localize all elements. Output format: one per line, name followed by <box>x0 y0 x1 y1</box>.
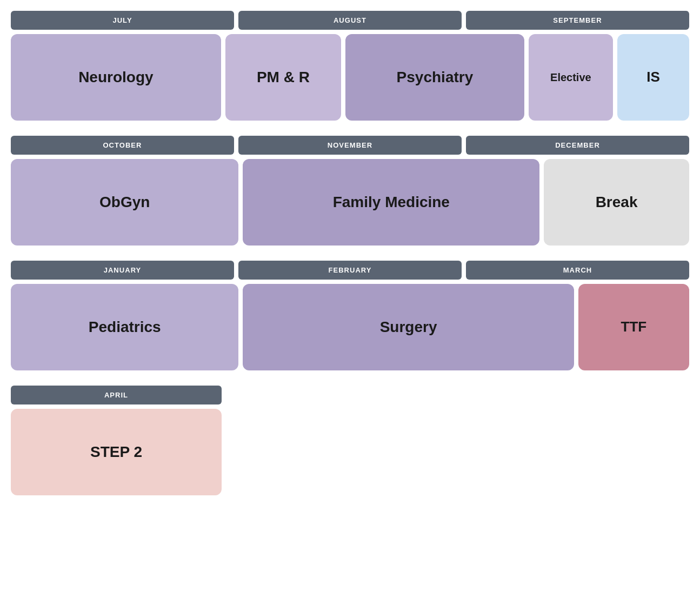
block-elective[interactable]: Elective <box>529 34 613 121</box>
block-pmr[interactable]: PM & R <box>225 34 341 121</box>
block-psychiatry[interactable]: Psychiatry <box>345 34 524 121</box>
blocks-row3: Pediatrics Surgery TTF <box>11 284 689 370</box>
month-january: JANUARY <box>11 261 234 280</box>
row-october-december: OCTOBER NOVEMBER DECEMBER ObGyn Family M… <box>11 136 689 246</box>
month-headers-row3: JANUARY FEBRUARY MARCH <box>11 261 689 280</box>
month-august: AUGUST <box>238 11 462 30</box>
block-break-label: Break <box>596 193 638 211</box>
block-psychiatry-label: Psychiatry <box>397 68 474 87</box>
block-step2-label: STEP 2 <box>90 443 142 461</box>
block-pediatrics[interactable]: Pediatrics <box>11 284 238 370</box>
blocks-row4: STEP 2 <box>11 409 689 495</box>
blocks-row2: ObGyn Family Medicine Break <box>11 159 689 246</box>
month-headers-row4: APRIL <box>11 386 222 404</box>
block-is[interactable]: IS <box>617 34 689 121</box>
block-obgyn[interactable]: ObGyn <box>11 159 238 246</box>
month-september: SEPTEMBER <box>466 11 689 30</box>
block-ttf-label: TTF <box>621 319 647 335</box>
month-july: JULY <box>11 11 234 30</box>
calendar-container: JULY AUGUST SEPTEMBER Neurology PM & R P… <box>11 11 689 495</box>
block-elective-label: Elective <box>550 71 591 84</box>
block-neurology[interactable]: Neurology <box>11 34 221 121</box>
block-neurology-label: Neurology <box>78 68 153 87</box>
block-pediatrics-label: Pediatrics <box>89 318 161 336</box>
block-step2[interactable]: STEP 2 <box>11 409 222 495</box>
month-april: APRIL <box>11 386 222 404</box>
row-july-september: JULY AUGUST SEPTEMBER Neurology PM & R P… <box>11 11 689 121</box>
block-obgyn-label: ObGyn <box>99 193 150 211</box>
block-surgery-label: Surgery <box>380 318 437 336</box>
month-november: NOVEMBER <box>238 136 462 155</box>
month-december: DECEMBER <box>466 136 689 155</box>
month-february: FEBRUARY <box>238 261 462 280</box>
block-break[interactable]: Break <box>544 159 689 246</box>
month-headers-row2: OCTOBER NOVEMBER DECEMBER <box>11 136 689 155</box>
blocks-row1: Neurology PM & R Psychiatry Elective IS <box>11 34 689 121</box>
month-headers-row1: JULY AUGUST SEPTEMBER <box>11 11 689 30</box>
row-april: APRIL STEP 2 <box>11 386 689 495</box>
block-surgery[interactable]: Surgery <box>243 284 574 370</box>
block-familymed-label: Family Medicine <box>333 193 450 211</box>
row-january-march: JANUARY FEBRUARY MARCH Pediatrics Surger… <box>11 261 689 370</box>
block-ttf[interactable]: TTF <box>578 284 689 370</box>
block-pmr-label: PM & R <box>257 68 310 87</box>
month-march: MARCH <box>466 261 689 280</box>
month-october: OCTOBER <box>11 136 234 155</box>
block-is-label: IS <box>646 69 660 85</box>
block-familymed[interactable]: Family Medicine <box>243 159 539 246</box>
